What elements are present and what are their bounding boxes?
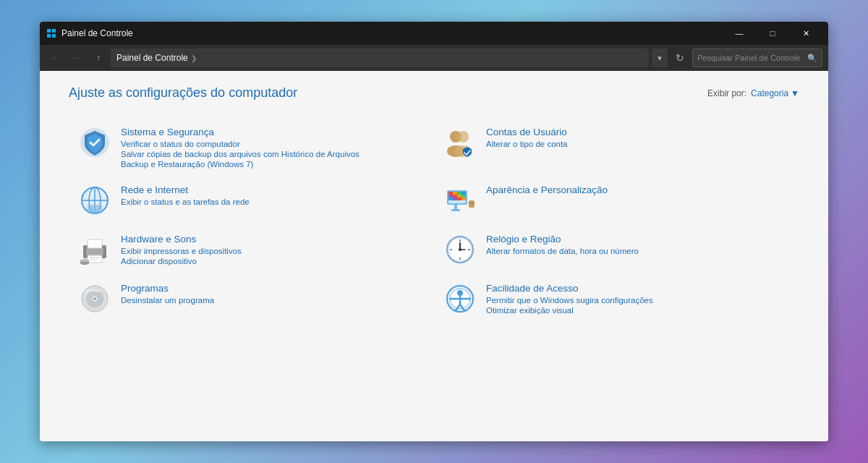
categoria-relogio-text: Relógio e Região Alterar formatos de dat… [486,232,791,255]
category-relogio[interactable]: Relógio e Região Alterar formatos de dat… [434,225,799,274]
svg-rect-35 [88,255,102,263]
page-header: Ajuste as configurações do computador Ex… [69,85,799,101]
categoria-programas-text: Programas Desinstalar um programa [121,281,425,305]
svg-rect-18 [453,192,457,195]
relogio-icon [443,232,477,267]
cat-link-0-0[interactable]: Verificar o status do computador [121,140,425,148]
categoria-hardware-title[interactable]: Hardware e Sons [121,234,425,245]
cat-link-0-2[interactable]: Backup e Restauração (Windows 7) [121,160,425,169]
categoria-sistema-title[interactable]: Sistema e Segurança [121,127,425,137]
svg-rect-3 [52,34,56,38]
svg-rect-34 [88,239,102,248]
categoria-aparencia-text: Aparência e Personalização [486,183,791,197]
categoria-programas-title[interactable]: Programas [121,283,425,294]
categoria-facilidade-title[interactable]: Facilidade de Acesso [486,283,791,294]
main-window: Painel de Controle — □ ✕ ← → ↑ Painel de… [40,22,828,441]
breadcrumb-dropdown-button[interactable]: ▼ [652,48,668,67]
svg-rect-17 [448,192,453,195]
cat-link-5-0[interactable]: Alterar formatos de data, hora ou número [486,247,791,255]
svg-rect-21 [448,195,453,197]
svg-rect-31 [469,200,475,208]
view-by-control: Exibir por: Categoria ▼ [707,88,799,98]
cat-link-2-0[interactable]: Exibir o status e as tarefas da rede [121,197,425,206]
categoria-hardware-links: Exibir impressoras e dispositivos Adicio… [121,247,425,266]
svg-point-53 [93,297,96,300]
categoria-contas-title[interactable]: Contas de Usuário [486,127,791,137]
search-icon[interactable]: 🔍 [807,54,817,63]
cat-link-7-1[interactable]: Otimizar exibição visual [486,306,791,315]
cat-link-7-0[interactable]: Permitir que o Windows sugira configuraç… [486,296,791,305]
svg-rect-1 [52,29,56,33]
forward-button[interactable]: → [67,48,86,67]
svg-rect-28 [461,197,466,200]
svg-rect-24 [461,195,466,197]
categories-grid: Sistema e Segurança Verificar o status d… [69,118,799,323]
categoria-sistema-links: Verificar o status do computador Salvar … [121,140,425,169]
close-button[interactable]: ✕ [789,22,822,45]
cat-link-4-1[interactable]: Adicionar dispositivo [121,257,425,266]
back-button[interactable]: ← [46,48,64,67]
up-button[interactable]: ↑ [89,48,108,67]
cat-link-4-0[interactable]: Exibir impressoras e dispositivos [121,247,425,255]
search-box: 🔍 [692,48,822,67]
categoria-relogio-title[interactable]: Relógio e Região [486,234,791,245]
facilidade-icon [443,281,477,316]
categoria-facilidade-text: Facilidade de Acesso Permitir que o Wind… [486,281,791,315]
cat-link-0-1[interactable]: Salvar cópias de backup dos arquivos com… [121,150,425,158]
svg-rect-14 [88,205,102,213]
category-programas[interactable]: Programas Desinstalar um programa [69,274,434,323]
categoria-sistema-text: Sistema e Segurança Verificar o status d… [121,125,425,169]
svg-rect-27 [457,197,461,200]
contas-icon [443,125,477,160]
svg-rect-20 [461,192,466,195]
cat-link-6-0[interactable]: Desinstalar um programa [121,296,425,305]
category-hardware[interactable]: Hardware e Sons Exibir impressoras e dis… [69,225,434,274]
cat-link-1-0[interactable]: Alterar o tipo de conta [486,140,791,148]
breadcrumb-chevron-icon: ❯ [191,54,197,62]
categoria-rede-title[interactable]: Rede e Internet [121,184,425,195]
categoria-rede-text: Rede e Internet Exibir o status e as tar… [121,183,425,206]
categoria-contas-links: Alterar o tipo de conta [486,140,791,148]
breadcrumb: Painel de Controle ❯ [111,48,649,67]
svg-rect-19 [457,192,461,195]
minimize-button[interactable]: — [723,22,756,45]
svg-rect-26 [453,197,457,200]
categoria-facilidade-links: Permitir que o Windows sugira configuraç… [486,296,791,315]
category-sistema[interactable]: Sistema e Segurança Verificar o status d… [69,118,434,176]
search-input[interactable] [697,54,804,62]
breadcrumb-item[interactable]: Painel de Controle [116,53,188,63]
category-contas[interactable]: Contas de Usuário Alterar o tipo de cont… [434,118,799,176]
window-title: Painel de Controle [61,28,723,38]
svg-rect-30 [451,209,460,211]
svg-point-49 [459,248,461,251]
hardware-icon [77,232,112,267]
svg-rect-2 [47,34,51,38]
rede-icon [77,183,112,218]
addressbar: ← → ↑ Painel de Controle ❯ ▼ ↻ 🔍 [40,45,828,71]
categoria-programas-links: Desinstalar um programa [121,296,425,305]
maximize-button[interactable]: □ [756,22,789,45]
categoria-aparencia-title[interactable]: Aparência e Personalização [486,184,791,195]
categoria-hardware-text: Hardware e Sons Exibir impressoras e dis… [121,232,425,266]
programas-icon [77,281,112,316]
titlebar: Painel de Controle — □ ✕ [40,22,828,45]
svg-point-7 [457,131,469,143]
aparencia-icon [443,183,477,218]
view-by-value: Categoria [751,88,788,98]
svg-rect-29 [454,205,457,209]
svg-rect-0 [47,29,51,33]
categoria-rede-links: Exibir o status e as tarefas da rede [121,197,425,206]
view-by-chevron-icon: ▼ [791,88,799,98]
svg-rect-25 [448,197,453,200]
category-facilidade[interactable]: Facilidade de Acesso Permitir que o Wind… [434,274,799,323]
sistema-icon [77,125,112,160]
app-icon [46,27,57,39]
svg-rect-22 [453,195,457,197]
refresh-button[interactable]: ↻ [671,48,689,67]
svg-rect-23 [457,195,461,197]
view-by-dropdown[interactable]: Categoria ▼ [751,88,799,98]
category-aparencia[interactable]: Aparência e Personalização [434,176,799,225]
category-rede[interactable]: Rede e Internet Exibir o status e as tar… [69,176,434,225]
categoria-relogio-links: Alterar formatos de data, hora ou número [486,247,791,255]
categoria-contas-text: Contas de Usuário Alterar o tipo de cont… [486,125,791,148]
